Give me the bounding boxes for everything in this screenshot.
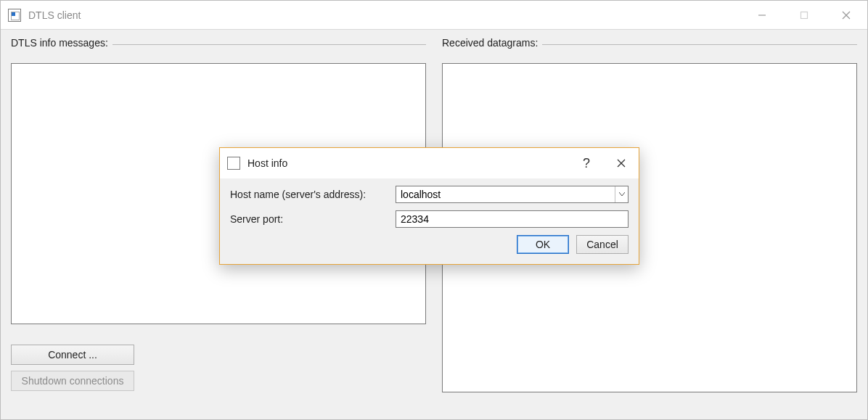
connect-button[interactable]: Connect ... <box>11 345 134 365</box>
ok-button-label: OK <box>536 239 550 250</box>
svg-rect-1 <box>801 12 808 18</box>
window-title: DTLS client <box>28 9 81 21</box>
dialog-help-button[interactable]: ? <box>569 148 604 178</box>
dialog-app-icon <box>227 157 240 170</box>
dialog-titlebar: Host info ? <box>220 148 639 178</box>
close-icon <box>617 159 626 168</box>
shutdown-button[interactable]: Shutdown connections <box>11 371 134 391</box>
dialog-button-row: OK Cancel <box>230 235 629 254</box>
maximize-button[interactable] <box>783 1 825 29</box>
main-titlebar: DTLS client <box>1 1 867 30</box>
connect-button-label: Connect ... <box>48 349 97 361</box>
chevron-down-icon[interactable] <box>615 186 628 202</box>
received-group-label: Received datagrams: <box>442 37 542 49</box>
minimize-button[interactable] <box>741 1 783 29</box>
cancel-button[interactable]: Cancel <box>576 235 629 254</box>
info-group-label: DTLS info messages: <box>11 37 112 49</box>
host-combobox[interactable] <box>396 186 629 203</box>
port-label: Server port: <box>230 213 388 225</box>
host-row: Host name (server's address): <box>230 186 629 203</box>
minimize-icon <box>758 11 766 20</box>
host-label: Host name (server's address): <box>230 189 388 200</box>
dialog-body: Host name (server's address): Server por… <box>220 178 639 264</box>
port-input[interactable] <box>396 210 629 228</box>
dialog-close-button[interactable] <box>604 148 639 178</box>
dialog-title: Host info <box>247 157 287 169</box>
host-input[interactable] <box>396 186 615 202</box>
cancel-button-label: Cancel <box>586 239 618 250</box>
help-icon: ? <box>583 156 590 171</box>
shutdown-button-label: Shutdown connections <box>22 375 124 387</box>
window-controls <box>741 1 867 29</box>
app-icon <box>8 9 21 22</box>
close-icon <box>842 11 851 20</box>
host-info-dialog: Host info ? Host name (server's address)… <box>219 147 639 265</box>
close-button[interactable] <box>825 1 867 29</box>
maximize-icon <box>800 11 808 20</box>
ok-button[interactable]: OK <box>517 235 569 254</box>
port-row: Server port: <box>230 210 629 228</box>
